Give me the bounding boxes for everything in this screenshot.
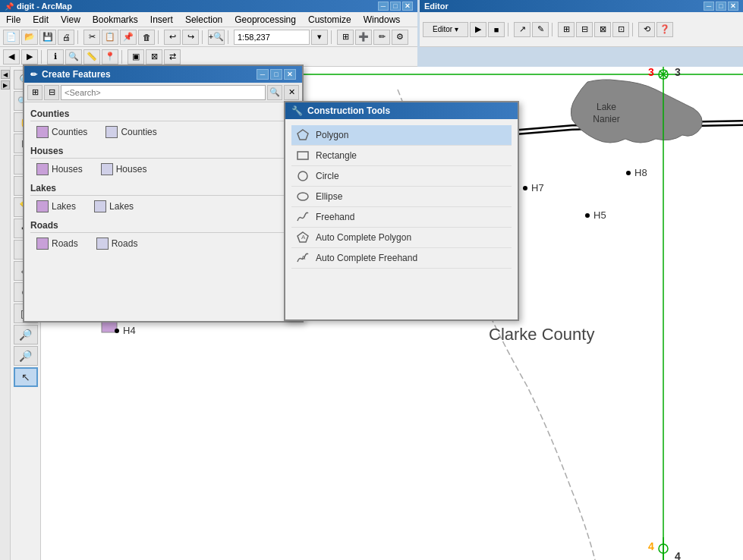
- editor-toolbar: Editor ▾ ▶ ■ ↗ ✎ ⊞ ⊟ ⊠ ⊡ ⟲ ❓: [420, 12, 743, 47]
- svg-marker-36: [298, 130, 308, 140]
- editor-minimize-button[interactable]: ─: [704, 2, 714, 11]
- add-data-button[interactable]: ➕: [355, 30, 372, 45]
- tool-auto-complete-polygon[interactable]: A Auto Complete Polygon: [291, 228, 512, 248]
- counties-items: Counties Counties: [30, 124, 296, 140]
- print-button[interactable]: 🖨: [58, 30, 74, 45]
- dialog-minimize[interactable]: ─: [257, 69, 269, 80]
- scale-dropdown[interactable]: ▾: [311, 30, 328, 45]
- clear-select[interactable]: ⊠: [146, 49, 162, 64]
- menu-geoprocessing[interactable]: Geoprocessing: [228, 13, 302, 27]
- zoom-in-button[interactable]: +🔍: [208, 30, 225, 45]
- menu-customize[interactable]: Customize: [302, 13, 357, 27]
- houses-item-1[interactable]: Houses: [33, 162, 86, 177]
- undo-button[interactable]: ↩: [164, 30, 181, 45]
- menu-bookmarks[interactable]: Bookmarks: [87, 13, 144, 27]
- tool-auto-complete-freehand[interactable]: A Auto Complete Freehand: [291, 248, 512, 269]
- menu-bar: File Edit View Bookmarks Insert Selectio…: [0, 12, 417, 27]
- edit-tool-6[interactable]: ⊡: [612, 22, 629, 37]
- edit-tool-4[interactable]: ⊟: [576, 22, 593, 37]
- svg-text:3: 3: [675, 67, 681, 78]
- open-button[interactable]: 📂: [21, 30, 38, 45]
- cut-button[interactable]: ✂: [83, 30, 100, 45]
- templates-button[interactable]: ⊟: [44, 85, 59, 100]
- lakes-item-2[interactable]: Lakes: [91, 199, 137, 214]
- switch-select[interactable]: ⇄: [164, 49, 181, 64]
- editor-dropdown[interactable]: Editor ▾: [423, 22, 468, 37]
- menu-insert[interactable]: Insert: [144, 13, 179, 27]
- panel-collapse[interactable]: ▶: [1, 80, 10, 90]
- tool-polygon[interactable]: Polygon: [291, 125, 512, 146]
- search-input[interactable]: [61, 85, 266, 100]
- find-button[interactable]: 🔍: [65, 49, 82, 64]
- edit-stop[interactable]: ■: [488, 22, 505, 37]
- menu-view[interactable]: View: [55, 13, 87, 27]
- roads-item-2[interactable]: Roads: [93, 236, 141, 251]
- paste-button[interactable]: 📌: [120, 30, 137, 45]
- edit-tool-2[interactable]: ✎: [532, 22, 549, 37]
- select-button[interactable]: ▣: [128, 49, 144, 64]
- svg-text:H5: H5: [593, 209, 606, 221]
- editor-close-button[interactable]: ✕: [728, 2, 738, 11]
- clear-search[interactable]: ✕: [284, 85, 299, 100]
- menu-selection[interactable]: Selection: [179, 13, 228, 27]
- tool-circle[interactable]: Circle: [291, 166, 512, 187]
- create-features-title-bar: ✏ Create Features ─ □ ✕: [24, 66, 302, 83]
- more-tools[interactable]: ⚙: [392, 30, 408, 45]
- save-button[interactable]: 💾: [39, 30, 56, 45]
- editor-maximize-button[interactable]: □: [716, 2, 726, 11]
- svg-text:4: 4: [648, 540, 654, 552]
- layers-button[interactable]: ⊞: [337, 30, 354, 45]
- create-features-icon: ✏: [30, 70, 37, 80]
- maximize-button[interactable]: □: [390, 2, 401, 11]
- magnifier-tool-2[interactable]: 🔎: [14, 346, 38, 366]
- close-button[interactable]: ✕: [402, 2, 413, 11]
- svg-text:Clarke County: Clarke County: [489, 325, 594, 344]
- auto-complete-polygon-label: Auto Complete Polygon: [316, 232, 411, 243]
- editor-tools[interactable]: ✏: [373, 30, 390, 45]
- lakes-item-1[interactable]: Lakes: [33, 199, 79, 214]
- houses-item-2[interactable]: Houses: [98, 162, 150, 177]
- new-button[interactable]: 📄: [3, 30, 20, 45]
- measure-button[interactable]: 📏: [83, 49, 100, 64]
- cursor-tool[interactable]: ↖: [14, 367, 38, 387]
- identify-button[interactable]: ℹ: [47, 49, 64, 64]
- search-button[interactable]: 🔍: [267, 85, 282, 100]
- edit-tool-3[interactable]: ⊞: [558, 22, 575, 37]
- menu-file[interactable]: File: [0, 13, 27, 27]
- goto-xy[interactable]: 📍: [102, 49, 118, 64]
- roads-label-1: Roads: [52, 238, 78, 249]
- edit-tool-5[interactable]: ⊠: [594, 22, 611, 37]
- magnifier-tool[interactable]: 🔎: [14, 325, 38, 344]
- dialog-close[interactable]: ✕: [284, 69, 296, 80]
- minimize-button[interactable]: ─: [378, 2, 389, 11]
- edit-tool-8[interactable]: ❓: [656, 22, 673, 37]
- roads-item-1[interactable]: Roads: [33, 236, 81, 251]
- edit-tool-1[interactable]: ↗: [514, 22, 530, 37]
- sep-1: [77, 30, 80, 44]
- edit-play[interactable]: ▶: [470, 22, 486, 37]
- houses-group: Houses Houses Houses: [30, 144, 296, 177]
- organize-button[interactable]: ⊞: [27, 85, 43, 100]
- zoom-next[interactable]: ▶: [21, 49, 38, 64]
- menu-edit[interactable]: Edit: [27, 13, 55, 27]
- menu-windows[interactable]: Windows: [357, 13, 407, 27]
- tool-freehand[interactable]: Freehand: [291, 207, 512, 228]
- edit-sep-1: [508, 23, 511, 36]
- tool-ellipse[interactable]: Ellipse: [291, 187, 512, 207]
- counties-swatch-2: [105, 126, 118, 138]
- svg-point-21: [523, 186, 527, 190]
- delete-button[interactable]: 🗑: [138, 30, 155, 45]
- panel-expand[interactable]: ◀: [1, 70, 10, 79]
- rectangle-label: Rectangle: [316, 150, 357, 161]
- auto-complete-freehand-label: Auto Complete Freehand: [316, 253, 417, 263]
- dialog-restore[interactable]: □: [270, 69, 282, 80]
- counties-item-1[interactable]: Counties: [33, 124, 90, 140]
- scale-input[interactable]: [234, 30, 310, 45]
- svg-text:4: 4: [675, 550, 681, 560]
- counties-item-2[interactable]: Counties: [102, 124, 159, 140]
- zoom-prev[interactable]: ◀: [3, 49, 20, 64]
- edit-tool-7[interactable]: ⟲: [638, 22, 655, 37]
- redo-button[interactable]: ↪: [182, 30, 199, 45]
- copy-button[interactable]: 📋: [102, 30, 118, 45]
- tool-rectangle[interactable]: Rectangle: [291, 146, 512, 166]
